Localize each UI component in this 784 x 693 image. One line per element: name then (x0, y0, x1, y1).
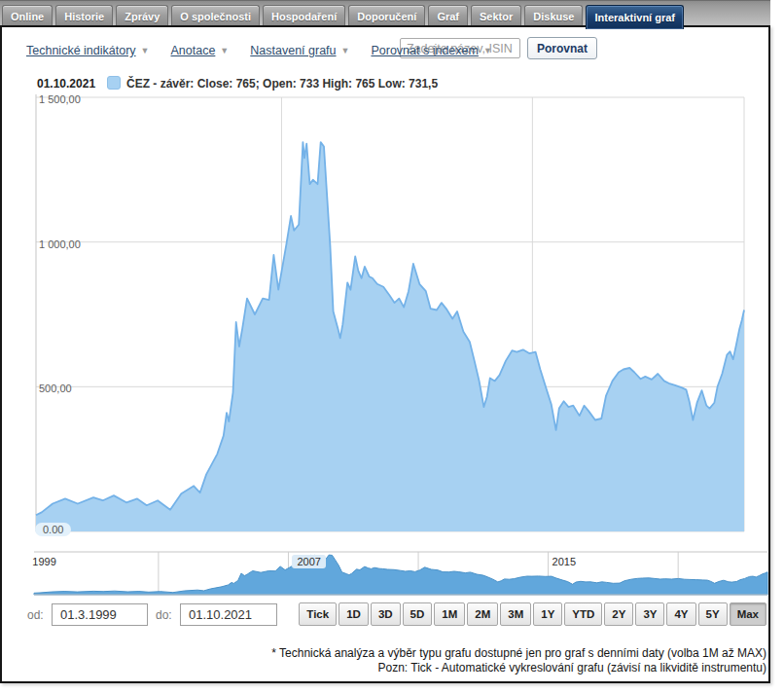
y-axis-tick-label: 1 500,00 (39, 93, 81, 105)
range-button-4y[interactable]: 4Y (666, 602, 695, 626)
legend-series-label[interactable]: ČEZ - závěr: Close: 765; Open: 733 High:… (126, 77, 438, 91)
tab-diskuse[interactable]: Diskuse (524, 5, 583, 27)
range-button-1y[interactable]: 1Y (533, 602, 562, 626)
y-axis-tick-label: 500,00 (39, 383, 72, 394)
tab-o-spole-nosti[interactable]: O společnosti (171, 5, 260, 27)
navigator-year-label: 2007 (292, 555, 325, 568)
range-button-ytd[interactable]: YTD (564, 602, 602, 626)
chart-toolbar: Technické indikátory▼Anotace▼Nastavení g… (26, 41, 514, 60)
toolbar-link-nastaven-grafu[interactable]: Nastavení grafu▼ (250, 44, 349, 57)
toolbar-link-label[interactable]: Porovnat s indexem (371, 44, 478, 57)
toolbar-link-porovnat-s-indexem[interactable]: Porovnat s indexem▼ (371, 44, 491, 57)
toolbar-link-label[interactable]: Anotace (170, 44, 215, 57)
chevron-down-icon: ▼ (220, 46, 229, 55)
tab-interaktivn-graf[interactable]: Interaktivní graf (586, 5, 684, 29)
footnote-line2: Pozn: Tick - Automatické vykreslování gr… (271, 661, 766, 675)
tab-list: OnlineHistorieZprávyO společnostiHospoda… (2, 5, 684, 27)
range-button-3d[interactable]: 3D (371, 602, 401, 626)
tab-bar: OnlineHistorieZprávyO společnostiHospoda… (0, 0, 770, 26)
to-date-input[interactable] (180, 603, 277, 626)
legend-date: 01.10.2021 (37, 77, 95, 91)
tab-zpr-vy[interactable]: Zprávy (116, 5, 168, 27)
tab-historie[interactable]: Historie (55, 5, 113, 27)
tab-online[interactable]: Online (2, 5, 53, 27)
range-button-3y[interactable]: 3Y (635, 602, 664, 626)
tab-sektor[interactable]: Sektor (471, 5, 521, 27)
tab-doporu-en-[interactable]: Doporučení (348, 5, 425, 27)
toolbar-link-anotace[interactable]: Anotace▼ (170, 44, 229, 57)
range-button-5d[interactable]: 5D (403, 602, 433, 626)
toolbar-link-label[interactable]: Nastavení grafu (250, 44, 336, 57)
series-color-swatch (107, 76, 121, 90)
range-button-3m[interactable]: 3M (500, 602, 531, 626)
to-date-label: do: (156, 608, 172, 622)
range-controls-row: od: do: Tick1D3D5D1M2M3M1YYTD2Y3Y4Y5YMax (0, 602, 770, 628)
navigator-year-label: 1999 (32, 556, 55, 567)
y-axis-zero-label: 0.00 (35, 523, 71, 536)
tab-hospoda-en-[interactable]: Hospodaření (263, 5, 345, 27)
range-button-5y[interactable]: 5Y (698, 602, 728, 626)
from-date-input[interactable] (52, 603, 148, 626)
toolbar-link-technick-indik-tory[interactable]: Technické indikátory▼ (26, 44, 149, 57)
range-button-2y[interactable]: 2Y (604, 602, 633, 626)
footnote-line1: * Technická analýza a výběr typu grafu d… (271, 646, 766, 661)
range-button-1d[interactable]: 1D (339, 602, 369, 626)
chevron-down-icon: ▼ (483, 46, 492, 55)
range-button-2m[interactable]: 2M (467, 602, 498, 626)
toolbar-link-label[interactable]: Technické indikátory (26, 44, 136, 57)
range-button-tick[interactable]: Tick (299, 602, 337, 626)
chevron-down-icon: ▼ (141, 46, 150, 55)
compare-button[interactable]: Porovnat (527, 37, 597, 59)
from-date-label: od: (27, 608, 44, 622)
tab-graf[interactable]: Graf (428, 5, 468, 27)
range-button-max[interactable]: Max (730, 602, 766, 626)
chevron-down-icon: ▼ (341, 46, 350, 55)
chart-widget-frame (0, 25, 770, 683)
range-button-1m[interactable]: 1M (434, 602, 465, 626)
navigator-year-label: 2015 (552, 556, 576, 567)
y-axis-tick-label: 1 000,00 (39, 238, 81, 250)
zoom-range-buttons: Tick1D3D5D1M2M3M1YYTD2Y3Y4Y5YMax (299, 602, 766, 626)
footnotes: * Technická analýza a výběr typu grafu d… (271, 646, 766, 675)
